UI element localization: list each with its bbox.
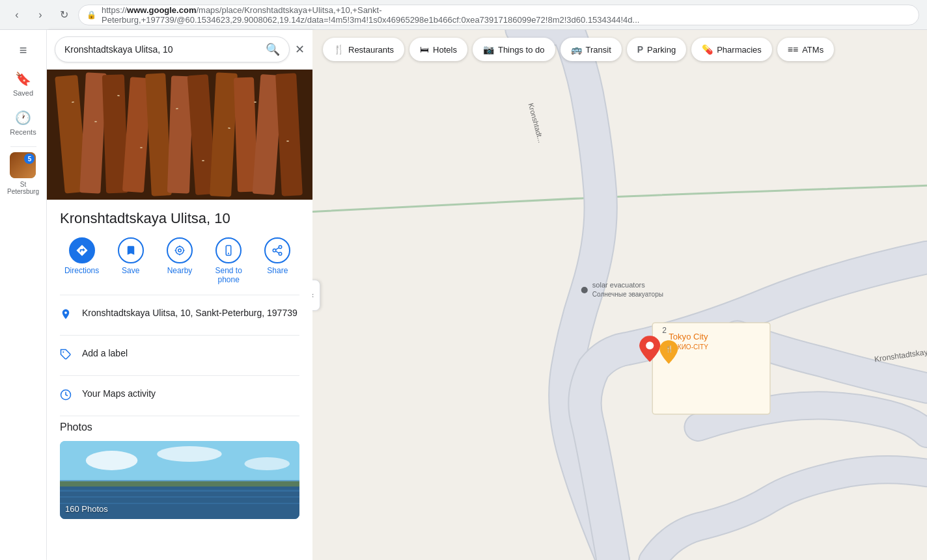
place-image-svg (47, 70, 312, 200)
svg-point-45 (244, 457, 290, 470)
photo-count-badge: 160 Photos (65, 504, 108, 514)
side-panel: Kronshtadtskaya Ulitsa, 10 🔍 ✕ (47, 30, 312, 560)
save-icon (118, 237, 144, 263)
menu-icon: ≡ (20, 43, 27, 58)
action-buttons: Directions Save Nearby (60, 237, 299, 284)
divider-1 (60, 295, 299, 295)
svg-line-32 (276, 251, 279, 253)
forward-button[interactable]: › (31, 6, 49, 24)
svg-point-50 (581, 287, 588, 293)
place-image[interactable] (47, 70, 312, 200)
pharmacy-icon: 💊 (702, 44, 713, 55)
address-bar[interactable]: 🔒 https://www.google.com/maps/place/Kron… (78, 5, 919, 25)
parking-icon: P (637, 44, 643, 55)
svg-text:solar evacuators: solar evacuators (592, 281, 645, 289)
restaurants-icon: 🍴 (333, 44, 344, 55)
sidebar-divider (10, 146, 36, 147)
chip-parking-label: Parking (647, 45, 676, 55)
svg-rect-40 (60, 496, 299, 498)
main-layout: ≡ 🔖 Saved 🕐 Recents 5 StPetersburg Krons… (0, 30, 927, 560)
recents-button[interactable]: 🕐 Recents (5, 105, 42, 141)
hotels-icon: 🛏 (420, 44, 429, 55)
map-svg: Kronshtadtskaya Ulitsa Kronshtadt... sol… (312, 30, 927, 560)
sidebar: ≡ 🔖 Saved 🕐 Recents 5 StPetersburg (0, 30, 47, 560)
svg-point-13 (94, 121, 97, 122)
chip-transit[interactable]: 🚌 Transit (560, 38, 622, 61)
maps-activity-row[interactable]: Your Maps activity (60, 381, 299, 410)
send-to-phone-label: Send to phone (215, 266, 242, 284)
close-button[interactable]: ✕ (295, 42, 305, 57)
refresh-button[interactable]: ↻ (55, 6, 73, 24)
nearby-label: Nearby (167, 266, 193, 275)
place-info: Kronshtadtskaya Ulitsa, 10 Directions Sa… (47, 200, 312, 560)
chip-parking[interactable]: P Parking (627, 38, 686, 61)
svg-rect-39 (60, 490, 299, 492)
chip-hotels-label: Hotels (433, 45, 457, 55)
send-to-phone-button[interactable]: Send to phone (209, 237, 248, 284)
atm-icon: ≡≡ (788, 44, 798, 55)
divider-2 (60, 335, 299, 336)
recents-label: Recents (10, 128, 36, 136)
directions-label: Directions (64, 266, 99, 275)
svg-text:2: 2 (662, 326, 667, 335)
directions-button[interactable]: Directions (62, 237, 102, 284)
recents-icon: 🕐 (15, 110, 31, 126)
menu-button[interactable]: ≡ (5, 38, 42, 63)
svg-point-44 (157, 446, 221, 462)
city-label: StPetersburg (7, 181, 39, 195)
chip-hotels[interactable]: 🛏 Hotels (409, 38, 467, 61)
maps-activity-text: Your Maps activity (82, 388, 156, 401)
share-button[interactable]: Share (258, 237, 297, 284)
chip-restaurants[interactable]: 🍴 Restaurants (323, 38, 404, 61)
lock-icon: 🔒 (87, 10, 96, 20)
svg-point-19 (254, 101, 256, 103)
nearby-button[interactable]: Nearby (160, 237, 199, 284)
svg-text:Tokyo City: Tokyo City (669, 332, 708, 341)
nearby-icon (167, 237, 193, 263)
camera-icon: 📷 (483, 44, 494, 55)
svg-point-57 (646, 341, 654, 349)
svg-text:Солнечные эвакуаторы: Солнечные эвакуаторы (592, 291, 663, 298)
svg-point-31 (279, 252, 283, 256)
svg-point-17 (202, 160, 204, 161)
history-icon (60, 389, 72, 404)
send-to-phone-icon (215, 237, 242, 263)
back-button[interactable]: ‹ (8, 6, 26, 24)
save-action-label: Save (122, 266, 139, 275)
map-area[interactable]: Kronshtadtskaya Ulitsa Kronshtadt... sol… (312, 30, 927, 560)
collapse-panel-button[interactable]: ‹ (312, 280, 320, 311)
svg-point-15 (140, 147, 143, 148)
url-text: https://www.google.com/maps/place/Kronsh… (102, 5, 911, 25)
search-icon[interactable]: 🔍 (266, 42, 280, 57)
add-label-text: Add a label (82, 347, 128, 360)
photo-thumbnail[interactable]: 160 Photos (60, 441, 299, 519)
chip-things-to-do[interactable]: 📷 Things to do (473, 38, 555, 61)
share-icon (264, 237, 290, 263)
divider-3 (60, 375, 299, 376)
browser-chrome: ‹ › ↻ 🔒 https://www.google.com/maps/plac… (0, 0, 927, 30)
place-name: Kronshtadtskaya Ulitsa, 10 (60, 210, 299, 227)
transit-icon: 🚌 (571, 44, 582, 55)
svg-text:🍴: 🍴 (665, 345, 674, 353)
avatar-button[interactable]: 5 (10, 152, 36, 178)
map-chips-bar: 🍴 Restaurants 🛏 Hotels 📷 Things to do 🚌 … (312, 38, 927, 61)
chip-atms-label: ATMs (802, 45, 823, 55)
search-input-wrap[interactable]: Kronshtadtskaya Ulitsa, 10 🔍 (55, 36, 290, 62)
share-label: Share (267, 266, 288, 275)
chip-things-to-do-label: Things to do (498, 45, 545, 55)
chip-pharmacies[interactable]: 💊 Pharmacies (691, 38, 772, 61)
add-label-row[interactable]: Add a label (60, 341, 299, 370)
browser-controls: ‹ › ↻ (8, 6, 73, 24)
chip-restaurants-label: Restaurants (348, 45, 394, 55)
address-text: Kronshtadtskaya Ulitsa, 10, Sankt-Peterb… (82, 307, 297, 320)
address-row[interactable]: Kronshtadtskaya Ulitsa, 10, Sankt-Peterb… (60, 300, 299, 330)
photos-title: Photos (60, 421, 299, 433)
chip-atms[interactable]: ≡≡ ATMs (777, 38, 834, 61)
divider-4 (60, 416, 299, 416)
saved-button[interactable]: 🔖 Saved (5, 66, 42, 102)
bookmark-icon: 🔖 (15, 71, 31, 87)
save-action-button[interactable]: Save (111, 237, 150, 284)
svg-point-30 (273, 249, 277, 252)
directions-icon (69, 237, 95, 263)
chip-pharmacies-label: Pharmacies (717, 45, 762, 55)
